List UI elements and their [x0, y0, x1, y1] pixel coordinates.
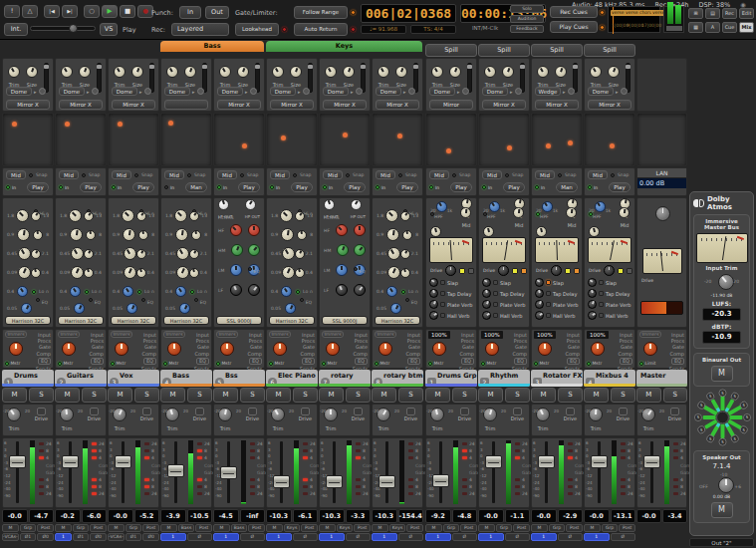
speaker-mute-button[interactable]: M [711, 502, 733, 518]
group-button[interactable]: Bass [231, 524, 248, 532]
group-button[interactable]: Keys [337, 524, 354, 532]
processor-item[interactable]: Gate [89, 344, 104, 350]
mirror-button[interactable]: Mirror X [59, 100, 103, 110]
processor-item[interactable]: Comp [565, 351, 580, 357]
strip-size-knob[interactable] [131, 66, 143, 78]
mute-button[interactable]: M [266, 388, 291, 403]
input-trim-knob[interactable] [718, 274, 734, 290]
panner-pad[interactable] [213, 113, 265, 166]
mirror-button[interactable]: Mirror X [6, 100, 50, 110]
pan-automation-button[interactable]: Play [609, 182, 630, 192]
processor-eq-item[interactable]: EQ [407, 358, 420, 365]
processor-item[interactable]: Gate [618, 344, 632, 350]
vca-button[interactable]: Ø1 [20, 533, 37, 541]
track-name-plate[interactable]: 4Mixbus 4 [584, 370, 635, 387]
drive-button[interactable] [37, 408, 46, 415]
fader-handle[interactable] [591, 455, 608, 468]
eq-freq-knob[interactable] [387, 247, 400, 260]
solo-button[interactable]: S [452, 388, 477, 403]
panner-position-dot[interactable] [397, 134, 402, 138]
lpf-filter-knob[interactable] [21, 303, 32, 314]
track-name-plate[interactable]: 4Bass [160, 370, 212, 387]
master-gain-display[interactable]: 0.00 dB [637, 178, 686, 188]
pan-knob[interactable] [273, 342, 287, 356]
panner-mode-button[interactable]: Dome [429, 87, 455, 96]
processor-item[interactable]: Gate [247, 344, 262, 350]
drive-button[interactable] [406, 408, 415, 415]
drive-button[interactable] [513, 408, 522, 415]
eq-freq-knob[interactable] [386, 228, 399, 241]
ssl-band-freq-knob[interactable] [354, 244, 366, 256]
panner-mode-button[interactable]: Dome [112, 87, 137, 96]
ssl-band-gain-knob[interactable] [230, 224, 242, 236]
vca-button[interactable]: 1 [372, 533, 397, 541]
eq-freq-knob[interactable] [16, 209, 29, 222]
send-level-knob[interactable] [429, 300, 438, 309]
track-name-plate[interactable]: Master [636, 370, 687, 387]
mirror-button[interactable]: Mirror X [270, 100, 314, 110]
vca-button[interactable]: Ø1 [126, 533, 142, 541]
strip-size-knob[interactable] [184, 66, 196, 78]
panner-mode-button[interactable]: Dome [323, 87, 349, 96]
processor-item[interactable]: Comp [618, 351, 632, 357]
drive-button[interactable] [301, 408, 310, 415]
panner-pad[interactable] [372, 113, 423, 166]
send-level-knob[interactable] [588, 311, 597, 320]
ssl-band-freq-knob[interactable] [354, 284, 366, 296]
panner-circle-button[interactable] [408, 88, 415, 95]
bus-hpf-knob[interactable] [595, 201, 606, 212]
eq-freq-knob[interactable] [70, 228, 83, 241]
solo-button[interactable]: S [346, 388, 371, 403]
eq-freq-knob[interactable] [18, 247, 31, 260]
bus-mid-knob[interactable] [513, 207, 524, 218]
eq-freq-knob[interactable] [124, 266, 136, 279]
slider-handle[interactable] [413, 65, 418, 69]
send-level-knob[interactable] [588, 300, 597, 309]
send-enable-led[interactable] [546, 280, 551, 285]
solo-button[interactable]: S [82, 388, 107, 403]
strip-trim-knob[interactable] [431, 66, 443, 78]
immersive-button[interactable]: Immers [163, 331, 185, 338]
panner-circle-button[interactable] [303, 88, 310, 95]
pan-knob[interactable] [115, 342, 128, 356]
eq-plugin-label[interactable]: Harrison 32C [163, 316, 209, 325]
fader-track[interactable] [439, 441, 442, 503]
mute-mini-button[interactable]: M [319, 524, 336, 532]
mute-button[interactable]: M [531, 388, 556, 403]
processor-eq-item[interactable]: EQ [143, 358, 156, 365]
drive-button[interactable] [354, 408, 363, 415]
group-tab-bass[interactable]: Bass [160, 41, 264, 52]
timesig-button[interactable]: TS: 4/4 [410, 25, 456, 34]
processor-item[interactable]: Gate [669, 344, 684, 350]
panner-pad[interactable] [584, 113, 635, 166]
eq-freq-knob[interactable] [281, 228, 294, 241]
solo-button[interactable]: Solo [510, 5, 544, 13]
bus-mid-knob[interactable] [566, 207, 577, 218]
strip-trim-knob[interactable] [8, 66, 20, 78]
panner-position-dot[interactable] [12, 122, 17, 127]
post-button[interactable]: Post [301, 524, 318, 532]
processor-eq-wrap[interactable]: EQ [141, 357, 156, 366]
vca-button[interactable]: 1 [160, 533, 186, 541]
track-name-plate[interactable]: 8rotary btm [372, 370, 423, 387]
processor-eq-wrap[interactable]: EQ [247, 357, 262, 366]
panner-circle-button[interactable] [621, 88, 628, 95]
send-enable-led[interactable] [493, 302, 498, 307]
strip-size-knob[interactable] [343, 66, 355, 78]
processor-item[interactable]: Comp [459, 351, 474, 357]
ssl-band-gain-knob[interactable] [336, 284, 348, 296]
slider-handle[interactable] [626, 65, 630, 69]
mute-button[interactable]: M [584, 388, 609, 403]
vca-button[interactable]: 1 [319, 533, 345, 541]
eq-gain-knob[interactable] [84, 268, 94, 278]
fader-handle[interactable] [273, 475, 290, 488]
slider-handle[interactable] [97, 65, 102, 69]
fader-handle[interactable] [432, 474, 449, 487]
mute-mini-button[interactable]: M [108, 524, 125, 532]
send-level-knob[interactable] [535, 278, 544, 287]
hpf-filter-knob[interactable] [281, 286, 292, 297]
vca-button[interactable]: Ø0 [142, 533, 159, 541]
ssl-band-freq-knob[interactable] [248, 284, 260, 296]
send-enable-led[interactable] [440, 313, 445, 318]
post-button[interactable]: Post [406, 524, 423, 532]
